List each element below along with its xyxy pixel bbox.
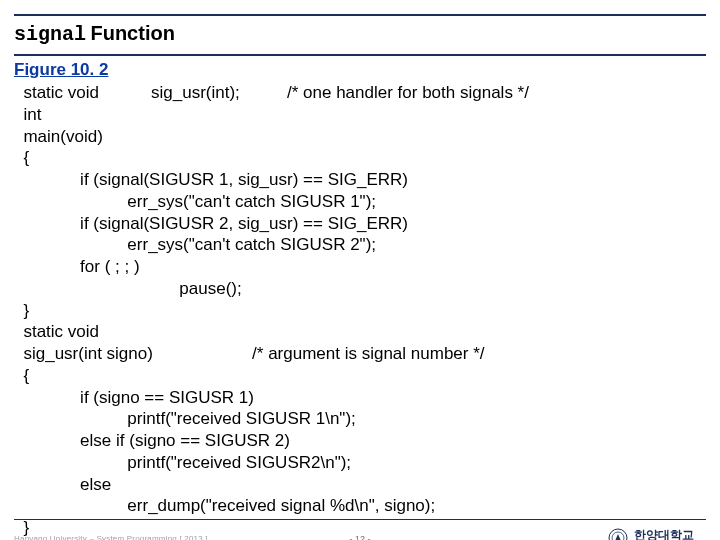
footer-credit: Hanyang University – System Programming … — [14, 534, 208, 541]
title-code: signal — [14, 23, 86, 46]
title-row: signal Function — [0, 16, 720, 54]
figure-link[interactable]: Figure 10. 2 — [14, 60, 108, 79]
code-line: } — [14, 300, 706, 322]
brand: 한양대학교 HANYANG UNIVERSITY — [608, 528, 706, 540]
code-line: err_dump("received signal %d\n", signo); — [14, 495, 706, 517]
university-seal-icon — [608, 528, 628, 540]
code-line: int — [14, 104, 706, 126]
code-line: { — [14, 147, 706, 169]
footer: Hanyang University – System Programming … — [14, 528, 706, 540]
code-line: pause(); — [14, 278, 706, 300]
code-line: main(void) — [14, 126, 706, 148]
title-function: Function — [90, 22, 174, 44]
slide: signal Function Figure 10. 2 static void… — [0, 14, 720, 540]
brand-korean: 한양대학교 — [634, 529, 706, 540]
footer-rule — [14, 519, 706, 520]
code-line: if (signo == SIGUSR 1) — [14, 387, 706, 409]
code-line: if (signal(SIGUSR 2, sig_usr) == SIG_ERR… — [14, 213, 706, 235]
code-line: { — [14, 365, 706, 387]
code-line: printf("received SIGUSR2\n"); — [14, 452, 706, 474]
code-line: for ( ; ; ) — [14, 256, 706, 278]
code-line: else — [14, 474, 706, 496]
code-line: static void sig_usr(int); /* one handler… — [14, 82, 706, 104]
code-line: err_sys("can't catch SIGUSR 1"); — [14, 191, 706, 213]
code-line: else if (signo == SIGUSR 2) — [14, 430, 706, 452]
content: Figure 10. 2 static void sig_usr(int); /… — [0, 56, 720, 539]
code-listing: static void sig_usr(int); /* one handler… — [14, 80, 706, 539]
brand-text: 한양대학교 HANYANG UNIVERSITY — [634, 529, 706, 540]
page-number: - 12 - — [349, 534, 370, 540]
code-line: static void — [14, 321, 706, 343]
code-line: sig_usr(int signo) /* argument is signal… — [14, 343, 706, 365]
code-line: printf("received SIGUSR 1\n"); — [14, 408, 706, 430]
code-line: if (signal(SIGUSR 1, sig_usr) == SIG_ERR… — [14, 169, 706, 191]
code-line: err_sys("can't catch SIGUSR 2"); — [14, 234, 706, 256]
